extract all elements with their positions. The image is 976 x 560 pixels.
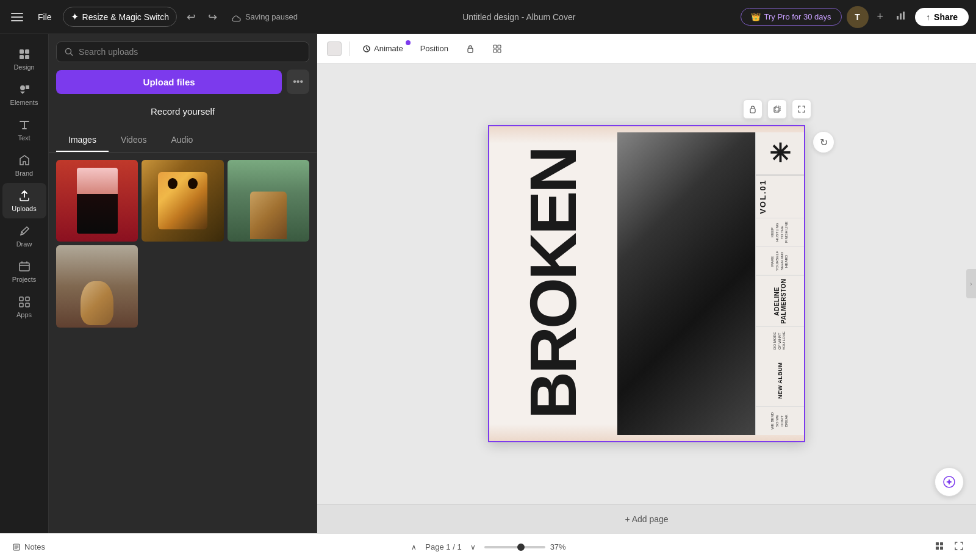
tab-images[interactable]: Images	[56, 129, 109, 152]
sidebar-item-design[interactable]: Design	[2, 41, 46, 77]
search-input[interactable]	[79, 47, 301, 57]
fullscreen-button[interactable]	[954, 541, 964, 553]
position-label: Position	[420, 44, 448, 53]
grid-icon	[935, 541, 944, 551]
tab-audio[interactable]: Audio	[159, 129, 205, 152]
sidebar-item-apps[interactable]: Apps	[2, 289, 46, 325]
notes-button[interactable]: Notes	[12, 542, 45, 551]
layout-icon	[492, 44, 502, 54]
svg-rect-3	[20, 49, 24, 54]
lock-button[interactable]	[461, 41, 480, 56]
magic-assist-icon	[942, 475, 956, 489]
record-yourself-button[interactable]: Record yourself	[56, 101, 309, 121]
svg-rect-6	[25, 55, 29, 59]
small-texts: KEEP HUSTLING TO THE FINISH LINE MAKE YO…	[756, 218, 804, 435]
svg-rect-17	[493, 45, 497, 48]
sidebar-item-uploads[interactable]: Uploads	[2, 183, 46, 218]
saving-status: Saving paused	[232, 12, 298, 22]
svg-rect-28	[936, 547, 939, 550]
sidebar-item-label: Brand	[15, 170, 33, 177]
expand-float-button[interactable]	[792, 99, 811, 119]
small-text-1: KEEP HUSTLING TO THE FINISH LINE	[756, 218, 804, 246]
zoom-thumb	[517, 544, 525, 551]
page-down-button[interactable]: ∨	[467, 539, 479, 555]
float-toolbar	[743, 99, 811, 119]
lock-float-icon	[748, 105, 757, 113]
add-page-bar[interactable]: + Add page	[317, 504, 976, 533]
redo-button[interactable]: ↪	[203, 8, 222, 26]
image-thumb-3[interactable]	[228, 160, 309, 242]
rotate-button[interactable]: ↻	[813, 131, 834, 153]
left-panel: Upload files ••• Record yourself Images …	[49, 34, 317, 533]
svg-rect-1	[900, 13, 902, 20]
asterisk-box: ✳	[756, 132, 804, 175]
search-icon	[64, 47, 74, 57]
svg-rect-18	[498, 45, 501, 48]
zoom-percent: 37%	[550, 542, 572, 551]
design-card-wrapper: ↻ BROKEN ✳	[488, 125, 805, 442]
vol-text: VOL.01	[756, 175, 804, 218]
svg-rect-20	[498, 49, 501, 52]
upload-more-button[interactable]: •••	[287, 70, 309, 94]
main-content: Design Elements Text Brand Uploads Draw …	[0, 34, 976, 533]
canvas-workspace[interactable]: ↻ BROKEN ✳	[317, 63, 976, 504]
grid-view-button[interactable]	[935, 541, 944, 553]
magic-switch-button[interactable]: ✦ Resize & Magic Switch	[63, 7, 177, 27]
try-pro-button[interactable]: 👑 Try Pro for 30 days	[741, 8, 842, 26]
hamburger-menu[interactable]	[7, 7, 27, 27]
file-menu-button[interactable]: File	[32, 9, 58, 26]
svg-rect-12	[20, 303, 23, 307]
design-card[interactable]: BROKEN ✳ VOL.01 KEEP HUSTLING TO THE FIN…	[488, 125, 805, 442]
animate-wrapper: Animate	[357, 41, 408, 56]
upload-files-button[interactable]: Upload files	[56, 70, 282, 94]
duplicate-icon	[773, 105, 781, 113]
image-thumb-1[interactable]	[56, 160, 138, 242]
star-icon: ✦	[71, 11, 79, 23]
undo-button[interactable]: ↩	[182, 8, 201, 26]
sidebar-item-label: Text	[18, 134, 30, 142]
magic-assistant-button[interactable]	[935, 467, 964, 497]
color-swatch[interactable]	[327, 41, 342, 56]
search-bar	[56, 41, 309, 62]
bottom-center: ∧ Page 1 / 1 ∨ 37%	[55, 539, 925, 555]
stats-button[interactable]	[892, 6, 910, 27]
canvas-right-arrow[interactable]: ›	[966, 269, 976, 298]
image-thumb-2[interactable]	[142, 160, 223, 242]
page-up-button[interactable]: ∧	[407, 539, 420, 555]
svg-rect-0	[897, 16, 899, 20]
svg-rect-22	[774, 107, 779, 112]
lock-float-button[interactable]	[743, 99, 762, 119]
lock-icon	[465, 44, 475, 54]
sidebar-item-projects[interactable]: Projects	[2, 254, 46, 289]
expand-icon	[797, 105, 806, 113]
upload-btn-row: Upload files •••	[49, 67, 317, 99]
svg-rect-29	[940, 547, 943, 550]
tab-videos[interactable]: Videos	[109, 129, 159, 152]
svg-rect-10	[20, 297, 23, 301]
sidebar-item-label: Design	[13, 63, 34, 71]
svg-rect-19	[493, 49, 497, 52]
notes-label: Notes	[24, 542, 45, 551]
share-button[interactable]: ↑ Share	[915, 8, 969, 26]
image-thumb-4[interactable]	[56, 245, 138, 327]
cloud-icon	[232, 12, 242, 22]
design-title: Untitled design - Album Cover	[303, 12, 736, 22]
svg-rect-26	[936, 542, 939, 545]
image-grid	[49, 153, 317, 533]
animate-button[interactable]: Animate	[357, 41, 408, 56]
avatar[interactable]: T	[847, 6, 869, 28]
page-info: Page 1 / 1	[425, 542, 461, 551]
position-button[interactable]: Position	[415, 41, 453, 56]
undo-redo-group: ↩ ↪	[182, 8, 222, 26]
duplicate-float-button[interactable]	[767, 99, 787, 119]
sidebar-item-brand[interactable]: Brand	[2, 148, 46, 183]
svg-rect-4	[25, 49, 29, 54]
layout-button[interactable]	[487, 41, 507, 56]
add-button[interactable]: +	[874, 7, 888, 27]
sidebar-item-label: Apps	[16, 311, 32, 318]
small-text-2: MAKE YOURSELF SEEN AND HEARD	[756, 246, 804, 275]
sidebar-item-draw[interactable]: Draw	[2, 218, 46, 254]
zoom-slider[interactable]	[484, 546, 545, 548]
sidebar-item-text[interactable]: Text	[2, 112, 46, 148]
sidebar-item-elements[interactable]: Elements	[2, 77, 46, 112]
